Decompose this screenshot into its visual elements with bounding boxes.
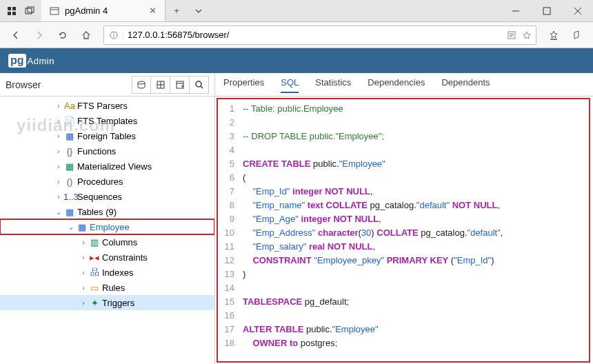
browser-tab-pgadmin[interactable]: pgAdmin 4 ✕ [41, 0, 165, 21]
new-tab-button[interactable]: + [165, 0, 188, 21]
content-tabs: PropertiesSQLStatisticsDependenciesDepen… [215, 73, 593, 97]
toolbar-grid-icon[interactable] [151, 76, 170, 94]
line-gutter: 123456789101112131415161718 [218, 99, 239, 361]
tree-item-sequences[interactable]: ›1..3Sequences [0, 189, 214, 204]
tree-node-icon: ▦ [63, 207, 76, 217]
tree-item-foreign-tables[interactable]: ›▦Foreign Tables [0, 128, 214, 143]
tab-dependencies[interactable]: Dependencies [368, 77, 425, 92]
pgadmin-logo: pgAdmin [8, 54, 54, 68]
tree-item-triggers[interactable]: ›✦Triggers [0, 295, 214, 310]
title-left-icons [0, 0, 41, 21]
tree-item-fts-parsers[interactable]: ›AaFTS Parsers [0, 98, 214, 113]
tree-arrow-icon[interactable]: ⌄ [54, 208, 63, 216]
sidebar-title: Browser [6, 79, 132, 90]
tree-label: Indexes [102, 267, 134, 278]
sql-code[interactable]: -- Table: public.Employee -- DROP TABLE … [239, 99, 589, 361]
tab-statistics[interactable]: Statistics [315, 77, 351, 92]
tree-item-materialized-views[interactable]: ›▦Materialized Views [0, 159, 214, 174]
svg-line-28 [201, 86, 203, 88]
favorites-list-icon[interactable] [543, 25, 564, 46]
tree-label: Employee [90, 222, 130, 232]
tree-arrow-icon[interactable]: › [54, 193, 63, 201]
tree-item-tables-9-[interactable]: ⌄▦Tables (9) [0, 204, 214, 219]
tree-node-icon: ▦ [63, 131, 76, 141]
tree-arrow-icon[interactable]: › [79, 254, 88, 261]
tab-properties[interactable]: Properties [223, 77, 264, 92]
tree-arrow-icon[interactable]: › [79, 284, 88, 292]
title-bar: pgAdmin 4 ✕ + [0, 0, 593, 22]
tree-arrow-icon[interactable]: › [79, 239, 88, 246]
url-right-icons [507, 30, 536, 40]
tree-label: Sequences [77, 192, 122, 202]
tab-strip: pgAdmin 4 ✕ + [41, 0, 500, 21]
svg-point-21 [138, 81, 145, 84]
svg-point-27 [196, 81, 201, 87]
tab-title: pgAdmin 4 [65, 6, 141, 16]
tree-node-icon: ▦ [76, 222, 88, 232]
refresh-button[interactable] [52, 25, 73, 46]
tree-item-fts-templates[interactable]: ›📄FTS Templates [0, 113, 214, 128]
url-bar [103, 26, 536, 45]
tab-close-icon[interactable]: ✕ [149, 6, 157, 16]
tree-arrow-icon[interactable]: › [79, 299, 88, 307]
minimize-button[interactable] [500, 0, 531, 22]
sql-panel: 123456789101112131415161718 -- Table: pu… [217, 98, 590, 363]
tree-item-employee[interactable]: ⌄▦Employee [0, 219, 214, 234]
content: PropertiesSQLStatisticsDependenciesDepen… [215, 73, 593, 364]
tree-label: Tables (9) [77, 207, 117, 217]
svg-rect-2 [8, 12, 11, 15]
toolbar-search-icon[interactable] [190, 76, 209, 94]
tab-dependents[interactable]: Dependents [441, 77, 490, 92]
notes-icon[interactable] [567, 25, 587, 46]
url-input[interactable] [123, 30, 507, 40]
tree-node-icon: ▥ [88, 237, 101, 247]
tabs-chevron-icon[interactable] [188, 0, 210, 21]
tree[interactable]: yiidian.com ›AaFTS Parsers›📄FTS Template… [0, 97, 214, 364]
pg-badge: pg [8, 54, 26, 68]
favorite-icon[interactable] [522, 30, 532, 40]
tree-label: Procedures [77, 176, 123, 187]
toolbar-filter-icon[interactable] [170, 76, 190, 94]
back-button[interactable] [6, 25, 26, 46]
svg-rect-5 [28, 7, 34, 12]
tree-arrow-icon[interactable]: › [79, 269, 88, 276]
sidebar-header: Browser [0, 73, 214, 97]
tabs-icon[interactable] [22, 3, 37, 19]
tab-favicon-icon [50, 6, 59, 16]
window-controls [500, 0, 593, 21]
forward-button[interactable] [29, 25, 50, 46]
tree-item-rules[interactable]: ›▭Rules [0, 280, 214, 295]
tab-sql[interactable]: SQL [281, 77, 299, 93]
windows-icon[interactable] [4, 3, 19, 19]
tree-arrow-icon[interactable]: › [54, 102, 63, 110]
tree-arrow-icon[interactable]: ⌄ [66, 223, 76, 231]
tree-node-icon: 品 [88, 266, 101, 279]
svg-rect-3 [12, 12, 16, 15]
tree-item-indexes[interactable]: ›品Indexes [0, 265, 214, 280]
tree-arrow-icon[interactable]: › [54, 132, 63, 140]
tree-item-functions[interactable]: ›{}Functions [0, 143, 214, 159]
tree-item-procedures[interactable]: ›()Procedures [0, 174, 214, 189]
tree-item-columns[interactable]: ›▥Columns [0, 234, 214, 250]
tree-label: Columns [102, 237, 137, 247]
tree-arrow-icon[interactable]: › [54, 178, 63, 185]
tree-node-icon: () [63, 176, 76, 187]
tree-item-constraints[interactable]: ›▸◂Constraints [0, 250, 214, 265]
tree-arrow-icon[interactable]: › [54, 163, 63, 170]
tree-arrow-icon[interactable]: › [54, 117, 63, 125]
reader-icon[interactable] [507, 30, 516, 40]
tree-node-icon: Aa [63, 101, 76, 111]
nav-bar [0, 22, 593, 48]
tree-arrow-icon[interactable]: › [54, 148, 63, 155]
tree-label: Foreign Tables [77, 131, 136, 141]
site-info-icon[interactable] [104, 30, 123, 40]
tree-node-icon: ✦ [88, 298, 101, 308]
tree-node-icon: {} [63, 146, 76, 156]
home-button[interactable] [76, 25, 97, 46]
maximize-button[interactable] [531, 0, 562, 22]
svg-rect-9 [543, 8, 550, 14]
svg-rect-0 [8, 7, 11, 10]
svg-rect-1 [12, 7, 16, 10]
toolbar-db-icon[interactable] [132, 76, 151, 94]
close-button[interactable] [562, 0, 593, 22]
